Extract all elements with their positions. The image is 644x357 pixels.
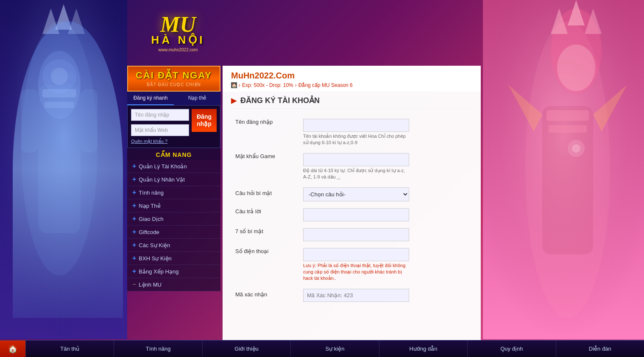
sidebar-menu: + Quản Lý Tài Khoản + Quản Lý Nhân Vật +… <box>127 160 220 291</box>
menu-label-7: BXH Sự Kiện <box>139 255 171 262</box>
registration-form-section: ▶ ĐĂNG KÝ TÀI KHOẢN Tên đăng nhập Tên tà… <box>223 92 481 314</box>
svg-rect-10 <box>81 89 98 153</box>
input-captcha[interactable] <box>303 289 409 302</box>
plus-icon-2: + <box>132 189 136 196</box>
login-form: Đăng nhập Quên mật khẩu ? <box>127 105 220 148</box>
svg-rect-21 <box>546 110 589 121</box>
input-answer[interactable] <box>303 208 409 221</box>
svg-rect-7 <box>42 89 76 98</box>
tab-napthe[interactable]: Nạp thẻ <box>174 92 220 105</box>
input-phone[interactable] <box>303 248 409 261</box>
bottom-nav: 🏠 Tân thủ Tính năng Giới thiệu Sự kiện H… <box>0 340 644 357</box>
menu-label-3: Nạp Thẻ <box>139 203 160 209</box>
breadcrumb-link-1[interactable]: Đẳng cấp MU Season 6 <box>298 82 353 88</box>
username-input[interactable] <box>131 109 189 121</box>
sidebar-item-bangxephang[interactable]: + Bảng Xếp Hạng <box>127 265 220 278</box>
plus-icon-4: + <box>132 215 136 223</box>
tab-register[interactable]: Đăng ký nhanh <box>127 92 174 105</box>
label-secret-question: Câu hỏi bí mật <box>235 190 272 196</box>
label-phone: Số điện thoại <box>235 248 268 254</box>
sidebar-item-sukien[interactable]: + Các Sự Kiện <box>127 239 220 252</box>
input-password[interactable] <box>303 153 409 166</box>
field-row-captcha: Mã xác nhận <box>231 285 472 305</box>
field-row-secret-number: 7 số bí mật <box>231 225 472 245</box>
char-left-svg <box>0 0 127 339</box>
plus-icon-7: + <box>132 254 136 262</box>
sidebar-item-quanlytaikhoan[interactable]: + Quản Lý Tài Khoản <box>127 160 220 173</box>
label-captcha: Mã xác nhận <box>235 291 267 298</box>
login-button[interactable]: Đăng nhập <box>192 109 217 132</box>
svg-point-1 <box>21 21 98 276</box>
logo-hanoi: HÀ NỘI <box>151 33 205 47</box>
breadcrumb-link-0[interactable]: Exp: 500x - Drop: 10% <box>242 82 293 88</box>
breadcrumb-arrow-1: › <box>295 82 297 88</box>
bottom-nav-tinhnang[interactable]: Tính năng <box>114 340 202 357</box>
forgot-password-link[interactable]: Quên mật khẩu ? <box>131 139 217 144</box>
svg-rect-22 <box>549 125 587 133</box>
install-sub: BẮT ĐẦU CUỘC CHIẾN <box>147 82 201 87</box>
hint-phone: Lưu ý: Phải là số điện thoại thật, tuyệt… <box>303 262 409 282</box>
field-row-phone: Số điện thoại Lưu ý: Phải là số điện tho… <box>231 245 472 285</box>
sidebar-item-napthe[interactable]: + Nạp Thẻ <box>127 199 220 212</box>
form-section-icon: ▶ <box>231 96 237 105</box>
sidebar-nav-tabs: Đăng ký nhanh Nạp thẻ <box>127 92 220 105</box>
menu-label-0: Quản Lý Tài Khoản <box>139 163 187 170</box>
password-input[interactable] <box>131 124 189 136</box>
field-row-answer: Câu trả lời <box>231 205 472 225</box>
sidebar-item-giftcode[interactable]: + Giftcode <box>127 226 220 239</box>
breadcrumb-sep-0: › <box>239 82 240 88</box>
label-password: Mật khẩu Game <box>235 153 275 159</box>
sidebar-section-title: CẨM NANG <box>127 148 220 160</box>
svg-point-26 <box>572 144 580 153</box>
char-right-svg <box>483 0 644 339</box>
sidebar-item-lenhmu[interactable]: − Lệnh MU <box>127 278 220 291</box>
menu-label-2: Tính năng <box>139 190 164 196</box>
home-icon[interactable]: 🏠 <box>231 82 237 88</box>
char-right-bg <box>483 0 644 339</box>
menu-label-9: Lệnh MU <box>139 282 162 288</box>
sidebar-item-giaodich[interactable]: + Giao Dịch <box>127 212 220 226</box>
label-answer: Câu trả lời <box>235 208 261 215</box>
label-secret-number: 7 số bí mật <box>235 228 263 234</box>
hint-username: Tên tài khoản không được viết Hoa Chỉ ch… <box>303 133 409 146</box>
form-section-title: ▶ ĐĂNG KÝ TÀI KHOẢN <box>231 96 472 109</box>
plus-icon-3: + <box>132 202 136 209</box>
bottom-nav-gioithieu[interactable]: Giới thiệu <box>202 340 290 357</box>
input-username[interactable] <box>303 119 409 132</box>
sidebar-item-tinhnang[interactable]: + Tính năng <box>127 186 220 199</box>
plus-icon-6: + <box>132 241 136 249</box>
main-content: MuHn2022.Com 🏠 › Exp: 500x - Drop: 10% ›… <box>223 66 481 340</box>
breadcrumb: 🏠 › Exp: 500x - Drop: 10% › Đẳng cấp MU … <box>231 82 472 88</box>
registration-form-table: Tên đăng nhập Tên tài khoản không được v… <box>231 115 472 305</box>
site-title: MuHn2022.Com <box>231 71 472 81</box>
bottom-nav-huongdan[interactable]: Hướng dẫn <box>379 340 467 357</box>
bottom-nav-diendoan[interactable]: Diễn đàn <box>556 340 644 357</box>
plus-icon-1: + <box>132 176 136 183</box>
svg-rect-8 <box>45 102 74 108</box>
install-title: CÀI ĐẶT NGAY <box>132 70 215 81</box>
menu-label-6: Các Sự Kiện <box>139 242 170 248</box>
sidebar-item-quanlynhanvat[interactable]: + Quản Lý Nhân Vật <box>127 173 220 186</box>
minus-icon-9: − <box>132 281 136 288</box>
plus-icon-0: + <box>132 162 136 170</box>
sidebar-item-bxhsukien[interactable]: + BXH Sự Kiện <box>127 252 220 265</box>
svg-rect-0 <box>0 0 127 339</box>
install-button[interactable]: CÀI ĐẶT NGAY BẮT ĐẦU CUỘC CHIẾN <box>127 66 220 92</box>
logo-area: MU HÀ NỘI www.muhn2022.com <box>131 0 225 66</box>
bottom-nav-tanthu[interactable]: Tân thủ <box>25 340 114 357</box>
select-secret-question[interactable]: -Chọn câu hỏi- <box>303 187 409 201</box>
hint-password: Độ dài từ 4-10 ký tự. Chỉ được sử dụng k… <box>303 167 409 181</box>
field-row-secret-question: Câu hỏi bí mật -Chọn câu hỏi- <box>231 184 472 205</box>
bottom-nav-sukien[interactable]: Sự kiện <box>290 340 379 357</box>
svg-rect-6 <box>38 85 81 233</box>
home-nav-icon: 🏠 <box>8 344 17 354</box>
svg-point-12 <box>51 68 68 85</box>
menu-label-8: Bảng Xếp Hạng <box>139 268 178 275</box>
breadcrumb-area: MuHn2022.Com 🏠 › Exp: 500x - Drop: 10% ›… <box>223 66 481 92</box>
input-secret-number[interactable] <box>303 228 409 241</box>
plus-icon-8: + <box>132 268 136 275</box>
svg-point-19 <box>557 45 595 91</box>
bottom-nav-quydinh[interactable]: Quy định <box>467 340 555 357</box>
bottom-nav-home[interactable]: 🏠 <box>0 340 25 357</box>
svg-point-2 <box>38 51 81 119</box>
